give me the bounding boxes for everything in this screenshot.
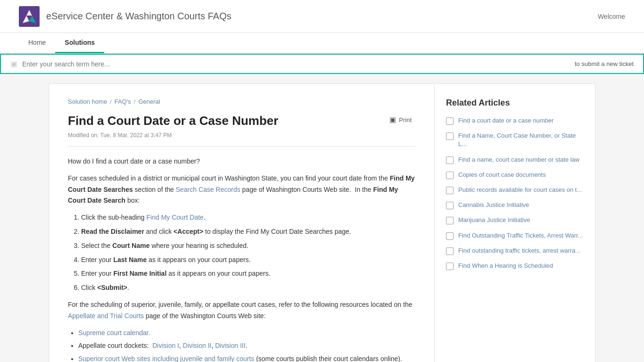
- division-3-link[interactable]: Division III: [215, 342, 246, 349]
- division-2-link[interactable]: Division II: [183, 342, 212, 349]
- related-article-1-label: Find a court date or a case number: [458, 116, 553, 125]
- related-articles-sidebar: Related Articles Find a court date or a …: [435, 84, 595, 362]
- welcome-text: Welcome: [598, 13, 625, 20]
- search-bar-right-text: to submit a new ticket: [575, 60, 634, 67]
- bullet-1: Supreme court calendar.: [78, 328, 415, 339]
- bullet-2: Appellate court dockets: Division I, Div…: [78, 340, 415, 352]
- related-article-4-label: Copies of court case documents: [458, 171, 546, 179]
- article-divider: [68, 146, 415, 147]
- related-article-5[interactable]: Public records available for court cases…: [446, 186, 584, 194]
- related-article-8-label: Find Outstanding Traffic Tickets, Arrest…: [458, 231, 583, 240]
- related-article-5-label: Public records available for court cases…: [458, 186, 582, 194]
- related-article-2-label: Find a Name, Court Case Number, or State…: [458, 132, 584, 148]
- appellate-trial-courts-link[interactable]: Appellate and Trial Courts: [68, 312, 144, 320]
- related-article-3[interactable]: Find a name, court case number or state …: [446, 156, 584, 164]
- related-article-8-icon: [446, 232, 454, 240]
- breadcrumb-sep-2: /: [134, 98, 136, 105]
- header: eService Center & Washington Courts FAQs…: [0, 0, 644, 33]
- related-article-3-icon: [446, 156, 454, 164]
- search-icon: ▣: [10, 59, 17, 68]
- related-article-9-label: Find outstanding traffic tickets, arrest…: [458, 247, 580, 255]
- nav-solutions[interactable]: Solutions: [55, 33, 104, 53]
- print-icon: ▣: [389, 115, 396, 124]
- bullet-3: Superior court Web sites including juven…: [78, 354, 415, 362]
- article-bullets-list: Supreme court calendar. Appellate court …: [68, 328, 415, 362]
- related-article-2-icon: [446, 132, 454, 140]
- svg-rect-0: [19, 6, 40, 27]
- related-article-9-icon: [446, 247, 454, 255]
- logo-icon: [19, 6, 40, 27]
- article-section: Solution home / FAQ's / General Find a C…: [49, 84, 435, 362]
- superior-court-sites-link[interactable]: Superior court Web sites including juven…: [78, 355, 254, 362]
- related-article-4-icon: [446, 172, 454, 179]
- step-2: Read the Disclaimer and click <Accept> t…: [81, 226, 415, 238]
- division-1-link[interactable]: Division I: [152, 342, 179, 349]
- related-article-7[interactable]: Marijuana Justice Initiative: [446, 216, 584, 224]
- related-article-10-label: Find When a Hearing is Scheduled: [458, 262, 553, 270]
- related-article-3-label: Find a name, court case number or state …: [458, 156, 579, 164]
- header-left: eService Center & Washington Courts FAQs: [19, 6, 231, 27]
- main-container: Solution home / FAQ's / General Find a C…: [49, 83, 595, 362]
- related-article-1-icon: [446, 117, 454, 125]
- related-article-9[interactable]: Find outstanding traffic tickets, arrest…: [446, 247, 584, 255]
- breadcrumb-general[interactable]: General: [138, 98, 160, 105]
- print-button[interactable]: ▣ Print: [386, 114, 415, 126]
- related-article-1[interactable]: Find a court date or a case number: [446, 116, 584, 125]
- nav-home[interactable]: Home: [19, 33, 55, 53]
- article-meta: Modified on: Tue, 8 Mar, 2022 at 3:47 PM: [68, 132, 415, 139]
- step-4: Enter your Last Name as it appears on yo…: [81, 255, 415, 266]
- breadcrumb-solution-home[interactable]: Solution home: [68, 98, 107, 105]
- article-steps-list: Click the sub-heading Find My Court Date…: [68, 212, 415, 294]
- related-article-10-icon: [446, 263, 454, 270]
- related-article-4[interactable]: Copies of court case documents: [446, 171, 584, 179]
- step-1: Click the sub-heading Find My Court Date…: [81, 212, 415, 223]
- search-case-records-link[interactable]: Search Case Records: [176, 186, 240, 193]
- related-article-7-label: Marijuana Justice Initiative: [458, 216, 530, 224]
- navigation: Home Solutions: [0, 33, 644, 54]
- related-article-6-icon: [446, 202, 454, 209]
- search-input[interactable]: [22, 60, 570, 68]
- find-my-court-date-link[interactable]: Find My Court Date: [147, 214, 204, 221]
- breadcrumb-sep-1: /: [110, 98, 112, 105]
- related-article-8[interactable]: Find Outstanding Traffic Tickets, Arrest…: [446, 231, 584, 240]
- article-intro: How do I find a court date or a case num…: [68, 156, 415, 167]
- breadcrumb: Solution home / FAQ's / General: [68, 98, 415, 105]
- article-title: Find a Court Date or a Case Number: [68, 114, 278, 128]
- article-para1: For cases scheduled in a district or mun…: [68, 173, 415, 206]
- step-6: Click <Submit>.: [81, 282, 415, 294]
- app-title: eService Center & Washington Courts FAQs: [46, 11, 231, 22]
- related-article-6[interactable]: Cannabis Justice Initiative: [446, 201, 584, 209]
- search-bar: ▣ to submit a new ticket: [0, 54, 644, 74]
- related-article-2[interactable]: Find a Name, Court Case Number, or State…: [446, 132, 584, 148]
- step-5: Enter your First Name Initial as it appe…: [81, 268, 415, 280]
- related-article-5-icon: [446, 187, 454, 194]
- article-body: How do I find a court date or a case num…: [68, 156, 415, 362]
- related-article-7-icon: [446, 217, 454, 224]
- breadcrumb-faqs[interactable]: FAQ's: [115, 98, 131, 105]
- related-article-10[interactable]: Find When a Hearing is Scheduled: [446, 262, 584, 270]
- print-label: Print: [399, 116, 412, 123]
- article-para2: For the scheduling of superior, juvenile…: [68, 299, 415, 322]
- step-3: Select the Court Name where your hearing…: [81, 240, 415, 252]
- related-article-6-label: Cannabis Justice Initiative: [458, 201, 529, 209]
- supreme-court-calendar-link[interactable]: Supreme court calendar.: [78, 329, 150, 337]
- related-articles-title: Related Articles: [446, 98, 584, 108]
